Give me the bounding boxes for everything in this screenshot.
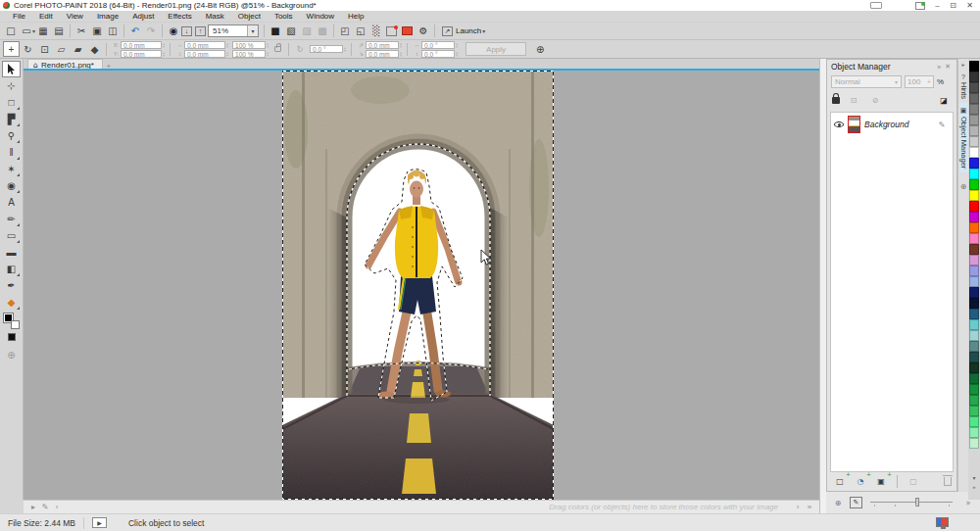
full-screen-preview-icon[interactable]: ■ — [268, 24, 283, 38]
undo-icon[interactable]: ↶ — [127, 24, 143, 38]
print-icon[interactable]: ▤ — [51, 24, 67, 38]
cut-icon[interactable]: ✂ — [74, 24, 89, 38]
opacity-field[interactable]: 100 + — [905, 75, 934, 88]
effect-tool[interactable]: ✶ — [2, 161, 21, 177]
color-swatch-15[interactable] — [969, 222, 979, 233]
blend-mode-select[interactable]: Normal ▾ — [831, 75, 902, 88]
anchor-point-icon[interactable]: ⊕ — [532, 42, 548, 57]
opacity-stepper-icon[interactable]: + — [927, 78, 931, 85]
status-preview-icon[interactable]: ▶ — [92, 517, 107, 528]
color-swatch-9[interactable] — [969, 158, 979, 169]
color-swatch-25[interactable] — [969, 330, 979, 341]
pan-one-shot-icon[interactable]: ⊕ — [830, 496, 846, 510]
color-control[interactable] — [4, 314, 20, 329]
zoom-dropdown-icon[interactable]: ▾ — [247, 25, 258, 36]
menu-help[interactable]: Help — [341, 11, 370, 23]
scale-v-field[interactable]: 100 % — [232, 50, 266, 58]
mask-transform-tool[interactable]: ⊹ — [2, 77, 21, 94]
skew-angle-h-field[interactable]: 0,0 ° — [421, 41, 455, 49]
fill-color-swatch[interactable] — [8, 333, 16, 341]
zoom-level-select[interactable]: 51% ▾ — [208, 24, 259, 37]
maintain-ratio-lock-icon[interactable] — [274, 46, 281, 52]
mask-marquee-icon[interactable]: ▧ — [283, 24, 299, 38]
import-icon[interactable]: ↓ — [181, 26, 192, 36]
color-swatch-13[interactable] — [969, 201, 979, 212]
transparency-grid-icon[interactable]: ░ — [368, 24, 384, 38]
lock-transparency-icon[interactable] — [832, 97, 840, 104]
color-swatch-30[interactable] — [969, 384, 979, 395]
canvas-workspace[interactable] — [24, 71, 819, 500]
size-height-field[interactable]: 0,0 mm — [184, 50, 225, 58]
new-object-icon[interactable]: □ — [832, 474, 848, 489]
skew-x-field[interactable]: 0,0 mm — [366, 41, 399, 49]
position-x-field[interactable]: 0,0 mm — [121, 41, 162, 49]
color-swatch-3[interactable] — [969, 93, 979, 104]
palette-scroll-left-icon[interactable]: ‹ — [51, 502, 63, 513]
color-swatch-12[interactable] — [969, 190, 979, 201]
rotation-angle-field[interactable]: 0,0 ° — [310, 45, 343, 53]
color-swatch-29[interactable] — [969, 373, 979, 384]
color-swatch-34[interactable] — [969, 427, 979, 438]
distort-mode-button[interactable]: ▰ — [70, 41, 86, 57]
object-transparency-tool[interactable]: ◧ — [2, 261, 21, 277]
color-swatch-6[interactable] — [969, 125, 979, 136]
crop-tool[interactable]: ▛ — [2, 111, 21, 127]
menu-object[interactable]: Object — [231, 11, 268, 23]
account-icon[interactable] — [915, 0, 925, 11]
skew-mode-button[interactable]: ▱ — [53, 41, 70, 57]
menu-file[interactable]: File — [6, 11, 32, 23]
color-swatch-23[interactable] — [969, 309, 979, 319]
color-swatch-7[interactable] — [969, 136, 979, 147]
color-swatch-26[interactable] — [969, 341, 979, 352]
paste-icon[interactable]: ◫ — [105, 24, 121, 38]
palette-flyout-icon[interactable]: ▸ — [27, 502, 39, 513]
launch-button[interactable]: ↗ Launch ▾ — [438, 25, 489, 37]
color-swatch-35[interactable] — [969, 438, 979, 449]
color-swatch-22[interactable] — [969, 298, 979, 309]
rotate-mode-button[interactable]: ↻ — [20, 41, 36, 57]
color-swatch-4[interactable] — [969, 104, 979, 115]
eyedropper-tool[interactable]: ✒ — [2, 277, 21, 294]
menu-effects[interactable]: Effects — [161, 11, 198, 23]
palette-expand-icon[interactable]: » — [968, 483, 980, 492]
color-swatch-14[interactable] — [969, 212, 979, 222]
docker-collapse-icon[interactable]: ▸ — [961, 59, 964, 70]
rectangle-shape-tool[interactable]: ▭ — [2, 227, 21, 244]
scale-mode-button[interactable]: ⊡ — [36, 41, 53, 57]
edit-across-layers-icon[interactable]: ◱ — [353, 24, 368, 38]
menu-window[interactable]: Window — [300, 11, 341, 23]
close-button[interactable]: ✕ — [961, 0, 978, 11]
apply-button[interactable]: Apply — [466, 42, 526, 56]
menu-tools[interactable]: Tools — [268, 11, 300, 23]
color-swatch-20[interactable] — [969, 276, 979, 287]
menu-view[interactable]: View — [60, 11, 90, 23]
text-tool[interactable]: A — [2, 194, 21, 211]
color-swatch-18[interactable] — [969, 255, 979, 266]
color-swatch-27[interactable] — [969, 352, 979, 362]
navigator-icon[interactable]: ✎ — [850, 497, 862, 508]
color-swatch-19[interactable] — [969, 266, 979, 276]
size-width-field[interactable]: 0,0 mm — [184, 41, 225, 49]
color-swatch-28[interactable] — [969, 362, 979, 373]
duplicate-object-icon[interactable]: ▣ — [873, 474, 889, 489]
paint-on-mask-icon[interactable] — [402, 26, 413, 35]
add-docker-icon[interactable]: ⊕ — [960, 180, 967, 193]
menu-edit[interactable]: Edit — [32, 11, 60, 23]
color-swatch-24[interactable] — [969, 319, 979, 330]
paint-on-mask-toggle-icon[interactable]: ◪ — [936, 93, 952, 108]
palette-more-icon[interactable]: » — [804, 502, 815, 513]
color-swatch-1[interactable] — [969, 72, 979, 82]
color-swatch-10[interactable] — [969, 169, 979, 179]
background-color-swatch[interactable] — [11, 320, 20, 329]
minimize-button[interactable]: – — [929, 0, 946, 11]
scale-h-field[interactable]: 100 % — [232, 41, 266, 49]
color-swatch-16[interactable] — [969, 233, 979, 244]
options-gear-icon[interactable]: ⚙ — [416, 24, 431, 38]
color-swatch-32[interactable] — [969, 406, 979, 416]
color-swatch-11[interactable] — [969, 179, 979, 190]
color-swatch-21[interactable] — [969, 287, 979, 298]
zoom-tool[interactable]: ⚲ — [2, 127, 21, 144]
object-thumbnail[interactable] — [848, 116, 860, 133]
zoom-slider[interactable] — [870, 498, 953, 507]
display-color-icon[interactable] — [936, 517, 949, 527]
